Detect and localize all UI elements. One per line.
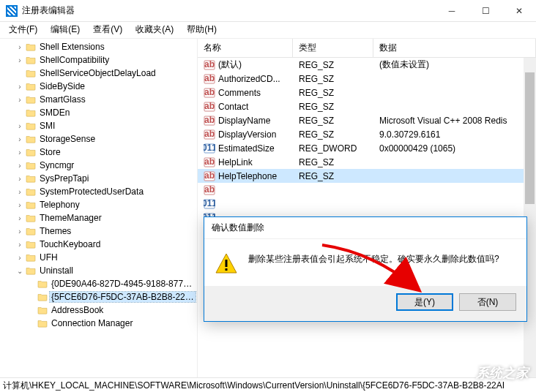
tree-item[interactable]: ⌄Uninstall (3, 264, 197, 277)
tree-twist-icon[interactable]: › (15, 201, 25, 209)
tree-pane[interactable]: ›Shell Extensions›ShellCompatibilityShel… (0, 39, 198, 377)
tree-item-label: Themes (38, 226, 72, 236)
menu-view[interactable]: 查看(V) (87, 22, 128, 37)
folder-icon (25, 186, 37, 197)
folder-icon (25, 55, 37, 65)
maximize-button[interactable]: ☐ (469, 0, 502, 22)
string-value-icon: ab (204, 102, 215, 112)
list-row[interactable]: 011 (198, 197, 536, 211)
list-row[interactable]: abAuthorizedCD...REG_SZ (198, 72, 536, 86)
tree-twist-icon[interactable]: › (15, 83, 25, 91)
tree-twist-icon[interactable]: › (15, 148, 25, 157)
list-row[interactable]: ab (198, 183, 536, 197)
dialog-message: 删除某些注册表值会引起系统不稳定。确实要永久删除此数值吗? (248, 252, 499, 266)
tree-twist-icon[interactable]: › (15, 188, 25, 196)
scrollbar-thumb[interactable] (525, 72, 535, 204)
tree-item[interactable]: ›Telephony (3, 198, 197, 211)
tree-twist-icon[interactable]: › (15, 96, 25, 104)
list-pane[interactable]: 名称 类型 数据 ab(默认)REG_SZ(数值未设置)abAuthorized… (198, 39, 536, 377)
tree-item-label: Shell Extensions (38, 42, 106, 52)
dialog-button-row: 是(Y) 否(N) (204, 286, 526, 321)
value-type: REG_SZ (293, 129, 373, 140)
value-type: REG_SZ (293, 116, 373, 126)
tree-twist-icon[interactable]: › (15, 254, 25, 262)
tree-item[interactable]: ›ThemeManager (3, 211, 197, 225)
value-name: HelpTelephone (218, 171, 277, 181)
tree-item[interactable]: SMDEn (3, 106, 197, 119)
dialog-body: 删除某些注册表值会引起系统不稳定。确实要永久删除此数值吗? (204, 239, 526, 286)
tree-twist-icon[interactable]: › (15, 227, 25, 235)
confirm-delete-dialog: 确认数值删除 删除某些注册表值会引起系统不稳定。确实要永久删除此数值吗? 是(Y… (204, 216, 527, 322)
list-row[interactable]: abDisplayNameREG_SZMicrosoft Visual C++ … (198, 113, 536, 127)
tree-item[interactable]: {0DE90A46-827D-4945-9188-877… (3, 277, 197, 290)
svg-rect-39 (226, 260, 228, 267)
tree-item[interactable]: ›Shell Extensions (3, 40, 197, 53)
value-data: 9.0.30729.6161 (373, 129, 536, 140)
tree-twist-icon[interactable]: › (15, 214, 25, 222)
tree-item[interactable]: ›SystemProtectedUserData (3, 185, 197, 198)
value-name: EstimatedSize (218, 143, 275, 154)
tree-item[interactable]: ›Themes (3, 225, 197, 238)
list-row[interactable]: 011EstimatedSizeREG_DWORD0x00000429 (106… (198, 141, 536, 155)
warning-icon (215, 252, 238, 276)
dialog-title: 确认数值删除 (204, 217, 526, 239)
col-name[interactable]: 名称 (198, 39, 293, 57)
tree-item-label: SmartGlass (38, 94, 87, 105)
no-button[interactable]: 否(N) (459, 293, 516, 311)
tree-twist-icon[interactable]: › (15, 162, 25, 170)
menu-edit[interactable]: 编辑(E) (45, 22, 86, 37)
list-row[interactable]: abCommentsREG_SZ (198, 86, 536, 99)
svg-text:ab: ab (204, 185, 215, 195)
folder-icon (25, 42, 37, 52)
string-value-icon: ab (204, 129, 215, 140)
list-row[interactable]: abContactREG_SZ (198, 99, 536, 113)
svg-text:ab: ab (204, 74, 215, 83)
value-type: REG_DWORD (293, 143, 373, 154)
status-bar: 计算机\HKEY_LOCAL_MACHINE\SOFTWARE\Microsof… (0, 377, 536, 392)
tree-item-label: StorageSense (38, 134, 97, 144)
minimize-button[interactable]: ─ (435, 0, 469, 22)
folder-icon (25, 265, 37, 276)
tree-twist-icon[interactable]: › (15, 43, 25, 51)
tree-item-label: SMDEn (38, 108, 71, 118)
tree-item[interactable]: ›UFH (3, 251, 197, 264)
tree-twist-icon[interactable]: › (15, 175, 25, 183)
tree-item[interactable]: Connection Manager (3, 317, 197, 330)
tree-twist-icon[interactable]: › (15, 241, 25, 249)
tree-item[interactable]: ›SMI (3, 119, 197, 132)
col-type[interactable]: 类型 (293, 39, 373, 57)
list-row[interactable]: abHelpLinkREG_SZ (198, 155, 536, 169)
tree-item[interactable]: AddressBook (3, 304, 197, 317)
folder-icon (25, 226, 37, 236)
col-data[interactable]: 数据 (373, 39, 536, 57)
list-row[interactable]: ab(默认)REG_SZ(数值未设置) (198, 58, 536, 72)
value-data: (数值未设置) (373, 59, 536, 71)
yes-button[interactable]: 是(Y) (396, 293, 453, 311)
tree-item[interactable]: ›SideBySide (3, 80, 197, 93)
tree-twist-icon[interactable]: › (15, 122, 25, 130)
tree-item[interactable]: ›ShellCompatibility (3, 53, 197, 67)
tree-item-label: ShellServiceObjectDelayLoad (38, 68, 157, 78)
tree-item[interactable]: ›Syncmgr (3, 159, 197, 172)
value-type: REG_SZ (293, 60, 373, 70)
tree-item[interactable]: {5FCE6D76-F5DC-37AB-B2B8-22… (3, 290, 197, 304)
menu-favorites[interactable]: 收藏夹(A) (130, 22, 179, 37)
menu-file[interactable]: 文件(F) (3, 22, 43, 37)
tree-item[interactable]: ›TouchKeyboard (3, 238, 197, 251)
tree-twist-icon[interactable]: › (15, 56, 25, 64)
tree-item[interactable]: ›SysPrepTapi (3, 172, 197, 185)
value-type: REG_SZ (293, 88, 373, 98)
tree-item[interactable]: ShellServiceObjectDelayLoad (3, 67, 197, 80)
close-button[interactable]: ✕ (502, 0, 536, 22)
list-row[interactable]: abHelpTelephoneREG_SZ (198, 169, 536, 183)
list-row[interactable]: abDisplayVersionREG_SZ9.0.30729.6161 (198, 127, 536, 141)
tree-item[interactable]: ›SmartGlass (3, 93, 197, 106)
svg-text:ab: ab (204, 116, 215, 125)
value-name: Comments (218, 88, 261, 98)
tree-item[interactable]: ›StorageSense (3, 132, 197, 146)
tree-twist-icon[interactable]: ⌄ (15, 267, 25, 275)
tree-item-label: Connection Manager (50, 318, 134, 328)
tree-twist-icon[interactable]: › (15, 135, 25, 143)
menu-help[interactable]: 帮助(H) (181, 22, 223, 37)
tree-item[interactable]: ›Store (3, 146, 197, 159)
